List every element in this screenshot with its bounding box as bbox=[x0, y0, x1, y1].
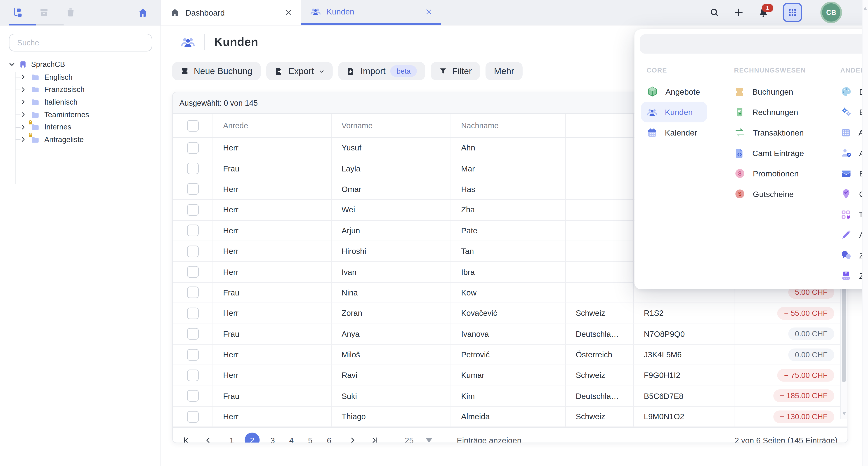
row-checkbox[interactable] bbox=[187, 370, 198, 381]
apps-menu-item-promotionen[interactable]: $Promotionen bbox=[728, 163, 804, 184]
tree-item-anfrageliste[interactable]: Anfrageliste bbox=[21, 133, 161, 146]
apps-menu-search[interactable] bbox=[640, 34, 868, 54]
chevron-down-icon[interactable] bbox=[9, 61, 15, 67]
table-row[interactable]: HerrRaviKumarSchweizF9G0H1I2− 75.00 CHF bbox=[173, 365, 847, 386]
page-button-6[interactable]: 6 bbox=[323, 436, 335, 443]
cell-land: Schweiz bbox=[566, 303, 634, 323]
apps-menu-item-kalender[interactable]: Kalender bbox=[641, 122, 703, 143]
tab-close-icon[interactable] bbox=[425, 8, 432, 15]
column-header-1[interactable]: Anrede bbox=[213, 114, 332, 137]
column-header-0[interactable] bbox=[173, 114, 213, 137]
row-checkbox-cell bbox=[173, 324, 213, 344]
tree-item-italienisch[interactable]: Italienisch bbox=[21, 96, 161, 108]
page-scroll-up-arrow[interactable] bbox=[863, 6, 867, 10]
apps-menu-item-transaktionen[interactable]: Transaktionen bbox=[728, 122, 809, 143]
mehr-button[interactable]: Mehr bbox=[486, 62, 523, 80]
next-page-button[interactable] bbox=[349, 436, 356, 443]
apps-menu-search-input[interactable] bbox=[647, 39, 868, 49]
folder-icon bbox=[31, 97, 40, 107]
row-checkbox[interactable] bbox=[187, 349, 198, 360]
page-button-3[interactable]: 3 bbox=[267, 436, 278, 443]
row-checkbox[interactable] bbox=[187, 142, 198, 154]
home-icon[interactable] bbox=[137, 7, 148, 18]
row-checkbox[interactable] bbox=[187, 204, 198, 215]
table-row[interactable]: FrauAnyaIvanovaDeutschla…N7O8P9Q00.00 CH… bbox=[173, 324, 847, 345]
column-header-3[interactable]: Nachname bbox=[451, 114, 566, 137]
trash-icon[interactable] bbox=[65, 7, 76, 18]
page-scrollbar[interactable] bbox=[862, 0, 868, 466]
export-button[interactable]: Export bbox=[266, 62, 333, 80]
apps-grid-button[interactable] bbox=[783, 3, 802, 22]
notifications-bell[interactable]: 1 bbox=[758, 7, 769, 18]
tree-item-internes[interactable]: Internes bbox=[21, 121, 161, 133]
archive-icon[interactable] bbox=[39, 7, 49, 18]
row-checkbox[interactable] bbox=[187, 245, 198, 257]
table-row[interactable]: HerrThiagoAlmeidaSchweizL9M0N1O2− 130.00… bbox=[173, 407, 847, 427]
row-checkbox[interactable] bbox=[187, 307, 198, 319]
row-checkbox[interactable] bbox=[187, 163, 198, 174]
apps-menu-item-buchungen[interactable]: Buchungen bbox=[728, 81, 799, 102]
prev-page-button[interactable] bbox=[204, 436, 212, 443]
cell-anrede: Herr bbox=[213, 262, 332, 282]
import-button[interactable]: Importbeta bbox=[338, 62, 425, 80]
table-row[interactable]: HerrMilošPetrovićÖsterreichJ3K4L5M60.00 … bbox=[173, 344, 847, 365]
tree-view-icon[interactable] bbox=[12, 7, 23, 18]
row-checkbox[interactable] bbox=[187, 390, 198, 402]
row-checkbox[interactable] bbox=[187, 287, 198, 298]
cell-nachname: Has bbox=[451, 179, 566, 199]
cell-code: B5C6D7E8 bbox=[634, 386, 735, 406]
export-icon bbox=[274, 67, 283, 75]
apps-menu-item-rechnungen[interactable]: Rechnungen bbox=[728, 102, 804, 123]
tree-root-item[interactable]: SprachCB bbox=[0, 58, 160, 70]
row-checkbox[interactable] bbox=[187, 266, 198, 277]
tab-close-icon[interactable] bbox=[285, 9, 292, 16]
cell-vorname: Layla bbox=[332, 158, 451, 178]
cell-text: Kovačević bbox=[461, 309, 497, 318]
cell-land: Deutschla… bbox=[566, 324, 634, 344]
filter-button[interactable]: Filter bbox=[431, 62, 480, 80]
row-checkbox[interactable] bbox=[187, 225, 198, 236]
table-row[interactable]: HerrZoranKovačevićSchweizR1S2− 55.00 CHF bbox=[173, 303, 847, 324]
cell-text: Has bbox=[461, 185, 475, 194]
last-page-button[interactable] bbox=[370, 436, 378, 443]
page-size-select[interactable]: 25 bbox=[405, 436, 432, 443]
page-button-2[interactable]: 2 bbox=[245, 433, 259, 443]
table-row[interactable]: FrauSukiKimDeutschla…B5C6D7E8− 185.00 CH… bbox=[173, 386, 847, 407]
column-header-4[interactable] bbox=[566, 114, 634, 137]
tree-item-französisch[interactable]: Französisch bbox=[21, 84, 161, 96]
apps-menu-item-camt-eintr-ge[interactable]: Camt Einträge bbox=[728, 143, 809, 163]
cell-anrede: Herr bbox=[213, 179, 332, 199]
avatar[interactable]: CB bbox=[820, 2, 842, 23]
row-checkbox[interactable] bbox=[187, 411, 198, 423]
cell-text: Suki bbox=[342, 392, 357, 400]
search-icon[interactable] bbox=[709, 7, 720, 18]
beta-badge: beta bbox=[391, 65, 417, 77]
column-header-2[interactable]: Vorname bbox=[332, 114, 451, 137]
tree-item-englisch[interactable]: Englisch bbox=[21, 71, 161, 83]
row-checkbox-cell bbox=[173, 407, 213, 427]
apps-menu-item-angebote[interactable]: Angebote bbox=[641, 81, 706, 102]
row-checkbox[interactable] bbox=[187, 328, 198, 340]
page-button-4[interactable]: 4 bbox=[286, 436, 297, 443]
sidebar-search-input[interactable] bbox=[16, 38, 145, 48]
apps-menu-item-gutscheine[interactable]: $Gutscheine bbox=[728, 184, 799, 204]
sidebar-search[interactable] bbox=[9, 34, 152, 51]
scroll-down-arrow[interactable] bbox=[842, 412, 846, 415]
cell-nachname: Petrović bbox=[451, 344, 566, 365]
neue-buchung-button[interactable]: Neue Buchung bbox=[172, 62, 260, 80]
row-checkbox-cell bbox=[173, 179, 213, 199]
sidebar-scroll-indicator[interactable] bbox=[9, 24, 36, 25]
tab-kunden[interactable]: Kunden bbox=[301, 0, 441, 25]
tree-item-teaminternes[interactable]: Teaminternes bbox=[21, 108, 161, 121]
apps-menu-item-kunden[interactable]: Kunden bbox=[641, 102, 707, 123]
select-all-checkbox[interactable] bbox=[187, 120, 198, 131]
page-button-5[interactable]: 5 bbox=[305, 436, 316, 443]
apps-menu-item-label: Camt Einträge bbox=[752, 148, 804, 158]
first-page-button[interactable] bbox=[183, 436, 190, 443]
plus-icon[interactable] bbox=[734, 7, 744, 18]
cell-text: Schweiz bbox=[576, 371, 605, 380]
apps-menu-item-label: Transaktionen bbox=[753, 128, 804, 137]
tab-dashboard[interactable]: Dashboard bbox=[161, 0, 301, 25]
row-checkbox[interactable] bbox=[187, 184, 198, 195]
page-button-1[interactable]: 1 bbox=[226, 436, 237, 443]
